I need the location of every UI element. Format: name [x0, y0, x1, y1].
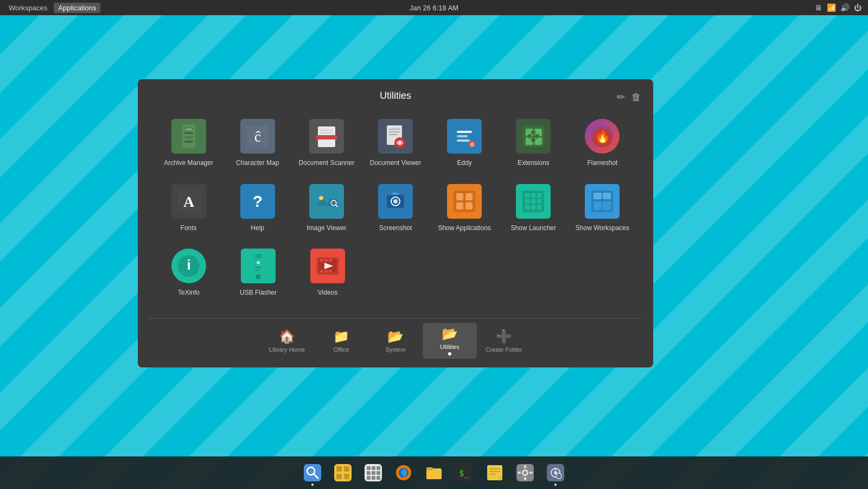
app-usb-flasher[interactable]: USB Flasher: [224, 242, 293, 302]
taskbar-sticky-notes[interactable]: [481, 459, 509, 487]
svg-text:ĉ: ĉ: [254, 128, 260, 145]
svg-rect-123: [524, 465, 526, 468]
svg-text:?: ?: [253, 192, 263, 210]
svg-rect-116: [489, 468, 500, 469]
taskbar-files[interactable]: [420, 459, 448, 487]
office-icon: 📁: [333, 329, 349, 344]
apps-row-3: i TeXinfo: [154, 242, 637, 302]
svg-rect-16: [389, 134, 397, 135]
svg-text:⚙: ⚙: [470, 142, 475, 148]
app-extensions[interactable]: Extensions: [499, 112, 568, 172]
svg-rect-3: [184, 136, 193, 138]
help-icon: ?: [240, 184, 275, 219]
nav-utilities[interactable]: 📂 Utilities: [423, 323, 477, 359]
show-applications-icon: [447, 184, 482, 219]
taskbar-app-grid[interactable]: [359, 459, 387, 487]
document-viewer-label: Document Viewer: [370, 159, 422, 168]
app-archive-manager[interactable]: Archive Manager: [154, 112, 223, 172]
svg-rect-68: [593, 193, 602, 199]
svg-rect-65: [531, 205, 535, 209]
svg-rect-59: [531, 193, 535, 198]
usb-flasher-label: USB Flasher: [240, 289, 277, 297]
nav-library-home[interactable]: 🏠 Library Home: [260, 326, 314, 356]
taskbar-firefox[interactable]: [390, 459, 418, 487]
svg-rect-58: [525, 193, 529, 198]
app-flameshot[interactable]: 🔥 Flameshot: [568, 112, 637, 172]
app-image-viewer[interactable]: Image Viewer: [292, 177, 361, 237]
topbar: Workspaces Applications Jan 26 6:18 AM 🖥…: [0, 0, 868, 15]
svg-rect-96: [344, 474, 349, 479]
svg-rect-89: [304, 464, 321, 481]
volume-icon: 🔊: [840, 3, 850, 12]
app-eddy[interactable]: ⚙ Eddy: [430, 112, 499, 172]
show-workspaces-icon: [585, 184, 620, 219]
app-fonts[interactable]: A Fonts: [154, 177, 223, 237]
dialog-bottom-nav: 🏠 Library Home 📁 Office 📂 System 📂 Utili…: [138, 319, 653, 367]
system-icon: 📂: [387, 329, 404, 344]
taskbar-search[interactable]: [298, 459, 327, 487]
dialog-title: Utilities: [380, 90, 411, 101]
svg-rect-93: [336, 466, 342, 472]
svg-rect-30: [534, 137, 542, 145]
svg-text:🔥: 🔥: [595, 129, 610, 144]
svg-rect-56: [465, 202, 473, 209]
document-scanner-icon: [309, 119, 344, 154]
applications-menu[interactable]: Applications: [54, 3, 100, 13]
svg-point-34: [535, 134, 539, 138]
show-applications-label: Show Applications: [438, 224, 490, 233]
app-character-map[interactable]: ĉ Character Map: [223, 112, 292, 172]
svg-rect-66: [537, 205, 541, 209]
svg-rect-63: [537, 199, 541, 204]
app-show-workspaces[interactable]: Show Workspaces: [568, 177, 637, 237]
document-scanner-label: Document Scanner: [298, 159, 354, 168]
edit-button[interactable]: ✏: [616, 90, 626, 104]
nav-system[interactable]: 📂 System: [368, 326, 423, 356]
nav-create-folder[interactable]: ➕ Create Folder: [477, 326, 531, 356]
app-screenshot[interactable]: Screenshot: [361, 177, 430, 237]
taskbar-mosaic[interactable]: [329, 459, 357, 487]
app-document-viewer[interactable]: 👁 Document Viewer: [361, 112, 430, 172]
app-show-applications[interactable]: Show Applications: [430, 177, 499, 237]
taskbar-terminal[interactable]: $_: [450, 459, 478, 487]
svg-text:i: i: [187, 257, 190, 273]
svg-point-32: [527, 134, 532, 138]
svg-rect-60: [537, 193, 541, 198]
dialog-header-actions: ✏ 🗑: [616, 90, 642, 104]
svg-rect-84: [329, 270, 332, 272]
svg-rect-12: [316, 135, 337, 139]
svg-rect-78: [255, 267, 261, 268]
app-videos[interactable]: Videos: [293, 242, 362, 302]
videos-label: Videos: [318, 289, 337, 297]
svg-rect-23: [457, 139, 470, 142]
svg-rect-53: [456, 193, 463, 200]
nav-office[interactable]: 📁 Office: [314, 326, 368, 356]
svg-rect-104: [367, 476, 371, 480]
svg-rect-15: [389, 131, 400, 132]
svg-rect-83: [324, 270, 328, 272]
svg-rect-4: [184, 141, 193, 143]
library-home-icon: 🏠: [279, 329, 295, 344]
archive-manager-icon: [171, 119, 206, 154]
svg-rect-62: [531, 199, 535, 204]
videos-icon: [310, 249, 345, 283]
delete-button[interactable]: 🗑: [630, 90, 642, 104]
svg-rect-2: [184, 132, 193, 134]
svg-text:👁: 👁: [397, 139, 403, 147]
taskbar-system-settings[interactable]: [511, 459, 539, 487]
svg-text:$_: $_: [459, 468, 470, 478]
svg-rect-87: [329, 259, 332, 262]
svg-point-122: [524, 471, 527, 474]
app-document-scanner[interactable]: Document Scanner: [292, 112, 361, 172]
workspaces-menu[interactable]: Workspaces: [4, 3, 52, 13]
image-viewer-label: Image Viewer: [307, 224, 346, 233]
help-label: Help: [251, 224, 264, 233]
topbar-right: 🖥 📶 🔊 ⏻: [815, 3, 868, 12]
app-show-launcher[interactable]: Show Launcher: [499, 177, 568, 237]
taskbar-tweaks[interactable]: [541, 459, 570, 487]
svg-rect-22: [457, 135, 468, 137]
app-help[interactable]: ? Help: [223, 177, 292, 237]
character-map-icon: ĉ: [240, 119, 275, 154]
show-launcher-icon: [516, 184, 551, 219]
svg-rect-9: [320, 130, 333, 131]
app-texinfo[interactable]: i TeXinfo: [154, 242, 224, 302]
